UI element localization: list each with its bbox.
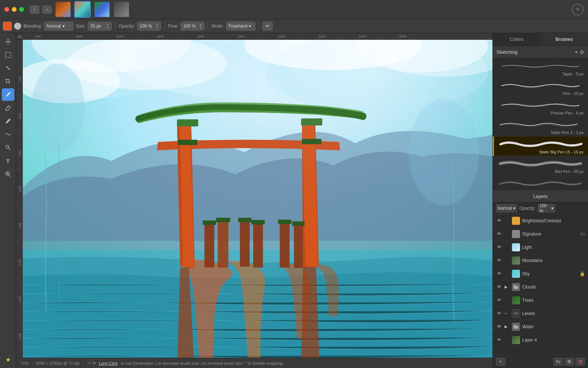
layer-brightness-contrast[interactable]: 👁 Brightness/Contrast bbox=[493, 214, 588, 227]
status-hint-1: ⌥ or bbox=[86, 361, 96, 365]
document-thumbnail-2[interactable] bbox=[74, 1, 91, 18]
layer-visibility-trees[interactable]: 👁 bbox=[496, 297, 502, 304]
left-toolbar: T ★ bbox=[0, 33, 16, 368]
brush-item-unknown[interactable] bbox=[493, 176, 588, 191]
brush-item-static-big-pen[interactable]: Static Big Pen 15 - 15 px bbox=[493, 137, 588, 156]
layers-opacity-input[interactable]: 100 % ▾ bbox=[538, 204, 555, 212]
svg-text:1200: 1200 bbox=[18, 259, 22, 266]
layer-visibility-mountains[interactable]: 👁 bbox=[496, 257, 502, 264]
layer-visibility-signature[interactable]: 👁 bbox=[496, 231, 502, 237]
size-input[interactable]: 35 px ▲▼ bbox=[88, 22, 112, 31]
document-thumbnail-4[interactable] bbox=[113, 1, 130, 18]
svg-point-0 bbox=[7, 41, 9, 42]
zoom-tool[interactable] bbox=[2, 168, 14, 180]
layer-levels[interactable]: 👁 ↵ Levels bbox=[493, 307, 588, 320]
favorites-tool[interactable]: ★ bbox=[2, 353, 14, 366]
svg-text:800: 800 bbox=[18, 114, 22, 119]
layer-water[interactable]: 👁 ▶ Water bbox=[493, 320, 588, 333]
document-thumbnail-3[interactable] bbox=[94, 1, 110, 18]
layer-arrow-water[interactable]: ▶ bbox=[505, 325, 510, 329]
pencil-tool[interactable] bbox=[2, 115, 14, 127]
layer-arrow-clouds[interactable]: ▶ bbox=[505, 285, 510, 289]
flow-label: Flow: bbox=[168, 24, 179, 29]
symmetry-button[interactable]: ⇌ bbox=[262, 22, 273, 31]
mode-select[interactable]: Freehand ▾ bbox=[226, 22, 255, 31]
document-thumbnail-1[interactable] bbox=[55, 1, 71, 18]
smudge-tool[interactable] bbox=[2, 128, 14, 141]
svg-text:1300: 1300 bbox=[18, 296, 22, 303]
select-rect-tool[interactable] bbox=[2, 49, 14, 61]
layer-light[interactable]: 👁 Light bbox=[493, 241, 588, 254]
layer-visibility-light[interactable]: 👁 bbox=[496, 244, 502, 251]
brush-stroke-preview-static-big-pen bbox=[498, 139, 584, 150]
fullscreen-button[interactable] bbox=[19, 7, 24, 12]
layer-visibility-levels[interactable]: 👁 bbox=[496, 310, 502, 317]
layer-icon-layer4 bbox=[512, 336, 520, 344]
layer-visibility-water[interactable]: 👁 bbox=[496, 323, 502, 330]
layer-visibility-clouds[interactable]: 👁 bbox=[496, 284, 502, 290]
svg-text:700: 700 bbox=[18, 77, 22, 82]
brush-item-static-pen[interactable]: Static Pen 3 - 3 px bbox=[493, 117, 588, 137]
svg-text:35: 35 bbox=[18, 35, 22, 39]
brush-item-pen[interactable]: Pen - 10 px bbox=[493, 78, 588, 98]
forward-button[interactable]: › bbox=[42, 6, 52, 14]
size-label: Size: bbox=[76, 24, 86, 29]
tab-brushes[interactable]: Brushes bbox=[541, 33, 588, 46]
layer-settings-button[interactable]: ⚙ bbox=[564, 358, 574, 366]
eraser-tool[interactable] bbox=[2, 102, 14, 114]
svg-rect-99 bbox=[514, 285, 516, 287]
layer-visibility-layer4[interactable]: 👁 bbox=[496, 337, 502, 343]
text-tool[interactable]: T bbox=[2, 155, 14, 167]
flow-input[interactable]: 100 % ▲▼ bbox=[180, 22, 204, 31]
add-document-button[interactable]: + bbox=[572, 4, 584, 15]
brush-item-wet-pen[interactable]: Wet Pen - 50 px bbox=[493, 156, 588, 176]
brush-settings-icon[interactable]: ⚙ bbox=[580, 49, 584, 55]
brush-preview[interactable] bbox=[14, 22, 21, 30]
svg-point-4 bbox=[6, 145, 9, 148]
clone-tool[interactable] bbox=[2, 141, 14, 154]
layer-visibility-brightness[interactable]: 👁 bbox=[496, 217, 502, 224]
tab-colors[interactable]: Colors bbox=[493, 33, 541, 46]
layer-name-signature: Signature bbox=[522, 231, 578, 237]
layer-name-layer4: Layer 4 bbox=[522, 337, 585, 343]
layer-sky[interactable]: 👁 Sky 🔒 bbox=[493, 267, 588, 280]
paint-brush-tool[interactable] bbox=[2, 88, 14, 101]
layer-signature[interactable]: 👁 Signature Fx bbox=[493, 227, 588, 241]
delete-layer-button[interactable]: 🗑 bbox=[576, 358, 585, 366]
move-tool[interactable] bbox=[2, 35, 14, 48]
svg-text:1000: 1000 bbox=[76, 35, 83, 38]
layer-mountains[interactable]: 👁 Mountains bbox=[493, 254, 588, 267]
color-swatch[interactable] bbox=[3, 22, 12, 31]
layer-4[interactable]: 👁 Layer 4 bbox=[493, 333, 588, 347]
opacity-input[interactable]: 100 % ▲▼ bbox=[137, 22, 161, 31]
svg-line-2 bbox=[7, 67, 9, 69]
ruler-vertical-marks: 700 800 900 1000 1100 1200 1300 1400 bbox=[16, 40, 23, 358]
opacity-label: Opacity: bbox=[119, 24, 135, 29]
layer-visibility-sky[interactable]: 👁 bbox=[496, 270, 502, 277]
transform-tool[interactable] bbox=[2, 62, 14, 74]
layer-fx-button[interactable]: Fx bbox=[553, 358, 563, 366]
layer-clouds[interactable]: 👁 ▶ Clouds bbox=[493, 280, 588, 294]
minimize-button[interactable] bbox=[12, 7, 17, 12]
brush-name-static-pen: Static Pen 3 - 3 px bbox=[551, 130, 584, 135]
brush-name-precise-pen: Precise Pen - 8 px bbox=[551, 111, 584, 116]
layer-icon-brightness bbox=[512, 217, 520, 225]
brush-category-arrow[interactable]: ▾ bbox=[575, 50, 577, 55]
canvas-viewport[interactable] bbox=[23, 40, 492, 358]
brush-stroke-preview-pen bbox=[497, 80, 584, 91]
brush-stroke-preview-static-pen bbox=[497, 119, 584, 130]
close-button[interactable] bbox=[4, 7, 9, 12]
layer-name-mountains: Mountains bbox=[522, 258, 585, 263]
svg-text:1200: 1200 bbox=[116, 35, 123, 38]
back-button[interactable]: ‹ bbox=[30, 6, 39, 14]
ruler-horizontal-marks: 35 bbox=[16, 33, 492, 39]
add-layer-button[interactable]: + bbox=[496, 358, 505, 366]
blending-select[interactable]: Normal ▾ bbox=[44, 22, 74, 31]
layer-icon-trees bbox=[512, 296, 520, 304]
svg-rect-1 bbox=[6, 52, 11, 57]
crop-tool[interactable] bbox=[2, 75, 14, 88]
brush-item-taper[interactable]: Taper - 5 px bbox=[493, 59, 588, 78]
layers-blend-select[interactable]: Normal ▾ bbox=[496, 204, 517, 212]
layer-trees[interactable]: 👁 Trees bbox=[493, 294, 588, 307]
brush-item-precise-pen[interactable]: Precise Pen - 8 px bbox=[493, 98, 588, 117]
